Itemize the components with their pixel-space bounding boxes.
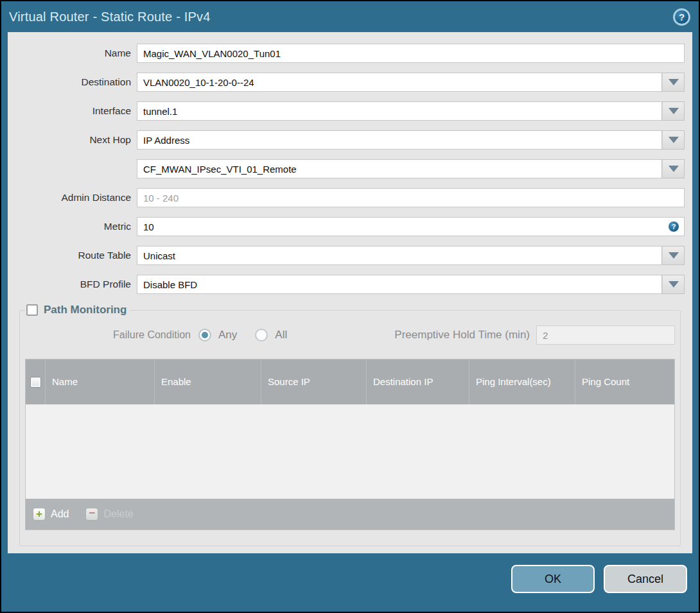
name-label: Name	[8, 47, 137, 59]
table-body-empty	[26, 404, 674, 499]
table-header: Name Enable Source IP Destination IP Pin…	[26, 359, 674, 404]
next-hop-value-row	[8, 159, 692, 178]
column-header-enable[interactable]: Enable	[154, 359, 261, 404]
failure-condition-label: Failure Condition	[25, 329, 198, 341]
destination-input[interactable]	[137, 73, 662, 92]
select-all-cell	[26, 359, 45, 404]
failure-condition-all-label: All	[275, 329, 287, 341]
interface-dropdown-button[interactable]	[662, 101, 685, 121]
bfd-profile-label: BFD Profile	[8, 279, 137, 290]
help-icon[interactable]: ?	[673, 8, 690, 26]
delete-minus-icon: −	[85, 508, 98, 521]
cancel-button[interactable]: Cancel	[604, 565, 687, 593]
chevron-down-icon	[669, 281, 679, 288]
path-monitoring-checkbox[interactable]	[26, 304, 38, 316]
add-plus-icon: +	[33, 508, 46, 521]
bfd-profile-dropdown-button[interactable]	[662, 275, 685, 294]
chevron-down-icon	[669, 79, 679, 85]
column-header-ping-interval[interactable]: Ping Interval(sec)	[469, 359, 575, 404]
chevron-down-icon	[669, 252, 679, 259]
path-monitoring-legend: Path Monitoring	[25, 304, 130, 316]
next-hop-address-dropdown-button[interactable]	[662, 159, 685, 178]
failure-condition-radio-group: Any All	[198, 329, 287, 341]
preemptive-hold-time-input[interactable]	[536, 325, 675, 345]
failure-condition-all-option[interactable]: All	[255, 329, 287, 341]
path-monitoring-group: Path Monitoring Failure Condition Any Al…	[19, 304, 681, 546]
dialog-footer: OK Cancel	[1, 553, 699, 593]
interface-input[interactable]	[137, 101, 662, 121]
route-table-label: Route Table	[8, 250, 137, 261]
destination-label: Destination	[8, 76, 137, 88]
destination-row: Destination	[8, 73, 692, 92]
failure-condition-row: Failure Condition Any All Preemptive Hol…	[25, 325, 675, 345]
failure-condition-any-option[interactable]: Any	[198, 329, 237, 341]
path-monitoring-table: Name Enable Source IP Destination IP Pin…	[25, 359, 675, 530]
column-header-source-ip[interactable]: Source IP	[261, 359, 366, 404]
bfd-profile-row: BFD Profile	[8, 275, 692, 294]
table-toolbar: + Add − Delete	[26, 499, 674, 530]
failure-condition-any-radio[interactable]	[198, 329, 211, 341]
chevron-down-icon	[669, 137, 679, 143]
add-button[interactable]: + Add	[33, 508, 69, 521]
metric-help-icon[interactable]: ?	[669, 221, 679, 232]
route-table-input[interactable]	[137, 246, 662, 265]
path-monitoring-title: Path Monitoring	[44, 304, 127, 316]
next-hop-label: Next Hop	[8, 134, 137, 146]
chevron-down-icon	[669, 108, 679, 114]
next-hop-type-input[interactable]	[137, 130, 662, 150]
metric-input[interactable]	[137, 217, 685, 236]
chevron-down-icon	[669, 166, 679, 172]
ok-button[interactable]: OK	[511, 565, 595, 593]
interface-label: Interface	[8, 105, 137, 117]
failure-condition-all-radio[interactable]	[255, 329, 268, 341]
next-hop-type-dropdown-button[interactable]	[662, 130, 685, 150]
column-header-name[interactable]: Name	[45, 359, 154, 404]
interface-row: Interface	[8, 101, 692, 121]
name-input[interactable]	[137, 44, 685, 63]
destination-dropdown-button[interactable]	[662, 73, 685, 92]
bfd-profile-input[interactable]	[137, 275, 662, 294]
select-all-checkbox[interactable]	[30, 377, 41, 388]
metric-label: Metric	[8, 221, 137, 232]
column-header-destination-ip[interactable]: Destination IP	[366, 359, 469, 404]
admin-distance-input[interactable]	[137, 188, 685, 207]
admin-distance-label: Admin Distance	[8, 192, 137, 203]
next-hop-row: Next Hop	[8, 130, 692, 150]
dialog-content: Name Destination Interface	[8, 32, 692, 553]
column-header-ping-count[interactable]: Ping Count	[575, 359, 674, 404]
static-route-dialog: Virtual Router - Static Route - IPv4 ? N…	[1, 1, 699, 612]
title-bar: Virtual Router - Static Route - IPv4 ?	[1, 1, 699, 32]
name-row: Name	[8, 44, 692, 63]
next-hop-address-input[interactable]	[137, 159, 662, 178]
delete-button[interactable]: − Delete	[85, 508, 133, 521]
delete-button-label: Delete	[103, 508, 133, 520]
failure-condition-any-label: Any	[218, 329, 237, 341]
dialog-title: Virtual Router - Static Route - IPv4	[9, 10, 211, 24]
metric-row: Metric ?	[8, 217, 692, 236]
route-table-dropdown-button[interactable]	[662, 246, 685, 265]
preemptive-hold-time-label: Preemptive Hold Time (min)	[287, 329, 536, 341]
route-table-row: Route Table	[8, 246, 692, 265]
add-button-label: Add	[51, 508, 69, 520]
admin-distance-row: Admin Distance	[8, 188, 692, 207]
